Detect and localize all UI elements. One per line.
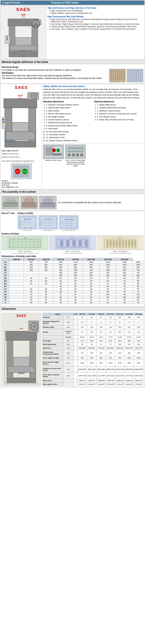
spec-cell: 470 <box>78 350 87 356</box>
spec-unit-2 <box>73 342 78 346</box>
slide-img-1: SCP-45,90 a1 a2 a3 a4 a5 SCP-45,90 <box>18 215 37 231</box>
spec-cell: 30-95 <box>78 335 87 339</box>
dim-cell: 420 <box>83 269 100 272</box>
dim-cell <box>9 298 24 301</box>
tslot-section: Size of T slot Surface of Slide SCP-45,9… <box>1 211 144 306</box>
svg-rect-68 <box>53 154 61 156</box>
dim-cell <box>9 282 24 285</box>
large-machine-svg: SCP 170 <box>2 90 39 148</box>
svg-text:SCP: SCP <box>20 328 23 330</box>
dim-cell <box>9 301 24 304</box>
dim-col-header-0 <box>2 258 9 261</box>
dim-cell: 250 <box>39 269 53 272</box>
svg-rect-138 <box>79 240 82 246</box>
angular-images <box>109 69 143 82</box>
svg-rect-148 <box>122 240 124 246</box>
dim-cell: 50 <box>39 282 53 285</box>
angular-img-2 <box>127 69 143 82</box>
spec-cell: 220 <box>124 326 134 329</box>
dim-cell: 60 <box>99 280 116 282</box>
dim-cell <box>9 293 24 296</box>
dim-cell <box>9 280 24 282</box>
spec-row-unit: mm <box>63 342 73 346</box>
angular-img-1 <box>109 69 126 82</box>
electric-panel-2: MICRO CONTROL Micro Control Crank AngleS… <box>65 144 86 167</box>
svg-text:a1: a1 <box>40 220 42 221</box>
dim-cell: 400 <box>83 272 100 274</box>
spec-row-unit <box>63 379 73 383</box>
spec-row-label <box>43 335 63 339</box>
spec-row-label: Tonnage rating point (B.D.C) <box>43 319 63 326</box>
dim-cell: 45 <box>83 301 100 304</box>
dim-row-label: G1 <box>2 293 9 296</box>
std-item-11: 11. Pneumatic Cushion <box>46 133 92 136</box>
svg-text:SCP-160,200,260: SCP-160,200,260 <box>64 219 74 220</box>
svg-point-9 <box>34 22 38 26</box>
spec-cell: 620 <box>96 350 106 356</box>
dim-cell: 90 <box>99 296 116 298</box>
spec-row-unit: mm <box>63 372 73 379</box>
dim-cell: 80 <box>133 285 143 288</box>
dim-cell: 70 <box>68 296 83 298</box>
svg-rect-85 <box>27 198 32 200</box>
dim-cell: 100 <box>99 293 116 296</box>
svg-text:MICRO CONTROL: MICRO CONTROL <box>68 149 82 151</box>
c-type-presses-header: C-type Presses <box>1 0 50 5</box>
dim-col-header-8: SCP-200 <box>116 258 133 261</box>
push-button-img: STOP START <box>11 164 32 179</box>
svg-rect-147 <box>119 240 121 246</box>
bolster-diagram-3: B-T <box>97 236 143 250</box>
bolster-img-2: B-T 平板片-T型 (方孔型) Surface of bolster(With… <box>49 236 96 254</box>
protection-desc: Inside the slide, there is on a precise … <box>43 88 143 99</box>
svg-rect-150 <box>128 240 130 246</box>
dim-cell <box>24 272 39 274</box>
svg-point-52 <box>3 121 4 123</box>
dim-cell <box>9 269 24 272</box>
spec-cell: 360 <box>115 339 124 343</box>
dim-cell: 60 <box>68 282 83 285</box>
svg-text:a3: a3 <box>20 224 21 225</box>
dim-cell: 1400 <box>133 264 143 266</box>
optional-list: 1. Digital Safety device 2. Variable Spe… <box>94 103 143 121</box>
machine-main-section: SAES SCP <box>1 84 144 190</box>
angular-inner: It is smaller in size than the conventio… <box>2 69 143 82</box>
assembly-section: The assembly of die cushion <box>1 190 144 210</box>
dim-cell: 60 <box>83 277 100 280</box>
dim-cell <box>9 285 24 288</box>
electric-panel-1: Electric Control Circuit <box>43 144 64 167</box>
spec-cell: 270 <box>78 339 87 343</box>
dim-cell <box>9 264 24 266</box>
dim-cell: 350 <box>39 266 53 269</box>
std-item-5: 5. Die Height Indicator <box>46 115 92 118</box>
std-item-9: 9. Foot Switch <box>46 127 92 130</box>
slide-model-1: SCP-45,90 <box>18 230 37 231</box>
spec-cell: 20HP+4P <box>124 379 134 383</box>
spec-row-unit: Variable <box>63 335 73 339</box>
dim-cell: 60 <box>116 301 133 304</box>
bolster-label: Surface of bolster <box>2 232 143 235</box>
svg-text:STOP: STOP <box>16 171 20 172</box>
spec-cell: 7 <box>134 319 143 326</box>
spec-cell: 0.4kw+4P <box>78 382 87 386</box>
spec-unit-2 <box>73 360 78 366</box>
spec-cell: 800 <box>96 356 106 360</box>
dim-cell: 700 <box>133 272 143 274</box>
dim-cell: 1200 <box>116 264 133 266</box>
dim-col-header-5: SCP-80 <box>68 258 83 261</box>
spec-row-label: Capacity <box>43 316 63 319</box>
spec-cell: 25-45 <box>124 335 134 339</box>
svg-rect-54 <box>5 140 15 142</box>
protection-panel: Highly reliable over-load protection dev… <box>42 84 144 189</box>
spec-cell: 420 <box>134 339 143 343</box>
spec-cell: 120 <box>106 326 115 329</box>
spec-cell: 100 <box>115 342 124 346</box>
machine-left-panel: SAES SCP <box>1 84 42 189</box>
dim-cell: 200 <box>24 269 39 272</box>
spec-col-scp260: SCP-260 <box>134 313 143 316</box>
spec-row-unit: mm <box>63 326 73 329</box>
top-content: SAES SCP 170 <box>1 6 144 60</box>
dim-cell: 600 <box>24 261 39 264</box>
feature-item-2-3: Unique design allows faster intermittent… <box>47 26 143 28</box>
dim-cell: 500 <box>116 274 133 277</box>
feature-item-2-4: Low noise, zero pollution, fully complie… <box>47 28 143 30</box>
